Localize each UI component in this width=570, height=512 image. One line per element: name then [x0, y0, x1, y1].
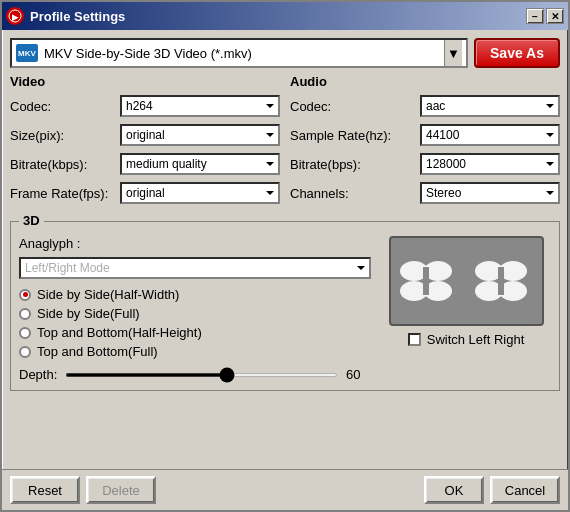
switch-label: Switch Left Right — [427, 332, 525, 347]
preview-svg — [396, 241, 536, 321]
bottom-bar: Reset Delete OK Cancel — [2, 469, 568, 510]
format-icon: MKV — [16, 44, 38, 62]
threed-section: 3D Anaglyph : Left/Right Mode Side — [10, 221, 560, 391]
radio-item-1[interactable]: Side by Side(Full) — [19, 306, 371, 321]
radio-dot-3 — [19, 346, 31, 358]
radio-dot-2 — [19, 327, 31, 339]
audio-section: Audio Codec: aac Sample Rate(hz): 44100 … — [290, 74, 560, 211]
threed-section-title: 3D — [19, 213, 44, 228]
video-section-title: Video — [10, 74, 280, 89]
video-framerate-label: Frame Rate(fps): — [10, 186, 120, 201]
audio-samplerate-label: Sample Rate(hz): — [290, 128, 420, 143]
window-title: Profile Settings — [30, 9, 526, 24]
video-bitrate-select[interactable]: medium quality — [120, 153, 280, 175]
cancel-button[interactable]: Cancel — [490, 476, 560, 504]
radio-label-0: Side by Side(Half-Width) — [37, 287, 179, 302]
window-controls: − ✕ — [526, 8, 564, 24]
audio-channels-row: Channels: Stereo — [290, 182, 560, 204]
minimize-button[interactable]: − — [526, 8, 544, 24]
main-window: ▶ Profile Settings − ✕ MKV MKV Side-by-S… — [0, 0, 570, 512]
title-bar: ▶ Profile Settings − ✕ — [2, 2, 568, 30]
switch-checkbox[interactable] — [408, 333, 421, 346]
delete-button[interactable]: Delete — [86, 476, 156, 504]
audio-channels-select[interactable]: Stereo — [420, 182, 560, 204]
radio-item-3[interactable]: Top and Bottom(Full) — [19, 344, 371, 359]
depth-row: Depth: 60 — [19, 367, 371, 382]
switch-row: Switch Left Right — [408, 332, 525, 347]
depth-slider[interactable] — [65, 373, 338, 377]
video-framerate-row: Frame Rate(fps): original — [10, 182, 280, 204]
app-icon: ▶ — [6, 7, 24, 25]
audio-codec-row: Codec: aac — [290, 95, 560, 117]
video-size-select[interactable]: original — [120, 124, 280, 146]
mode-radio-group: Side by Side(Half-Width) Side by Side(Fu… — [19, 287, 371, 359]
video-bitrate-row: Bitrate(kbps): medium quality — [10, 153, 280, 175]
audio-samplerate-select[interactable]: 44100 — [420, 124, 560, 146]
close-button[interactable]: ✕ — [546, 8, 564, 24]
audio-section-title: Audio — [290, 74, 560, 89]
anaglyph-select[interactable]: Left/Right Mode — [19, 257, 371, 279]
audio-codec-label: Codec: — [290, 99, 420, 114]
format-selector[interactable]: MKV MKV Side-by-Side 3D Video (*.mkv) ▼ — [10, 38, 468, 68]
depth-label: Depth: — [19, 367, 57, 382]
svg-text:▶: ▶ — [12, 13, 19, 22]
video-size-label: Size(pix): — [10, 128, 120, 143]
radio-item-2[interactable]: Top and Bottom(Half-Height) — [19, 325, 371, 340]
radio-item-0[interactable]: Side by Side(Half-Width) — [19, 287, 371, 302]
ok-button[interactable]: OK — [424, 476, 484, 504]
depth-value: 60 — [346, 367, 371, 382]
audio-bitrate-select[interactable]: 128000 — [420, 153, 560, 175]
video-size-row: Size(pix): original — [10, 124, 280, 146]
audio-channels-label: Channels: — [290, 186, 420, 201]
save-as-button[interactable]: Save As — [474, 38, 560, 68]
video-codec-select[interactable]: h264 — [120, 95, 280, 117]
radio-dot-0 — [19, 289, 31, 301]
format-text: MKV Side-by-Side 3D Video (*.mkv) — [44, 46, 444, 61]
radio-label-2: Top and Bottom(Half-Height) — [37, 325, 202, 340]
video-codec-row: Codec: h264 — [10, 95, 280, 117]
svg-rect-12 — [498, 267, 504, 295]
video-bitrate-label: Bitrate(kbps): — [10, 157, 120, 172]
radio-label-3: Top and Bottom(Full) — [37, 344, 158, 359]
audio-bitrate-label: Bitrate(bps): — [290, 157, 420, 172]
anaglyph-row: Anaglyph : — [19, 236, 371, 251]
reset-button[interactable]: Reset — [10, 476, 80, 504]
svg-rect-7 — [423, 267, 429, 295]
settings-panel: Video Codec: h264 Size(pix): original Bi… — [10, 74, 560, 211]
radio-dot-1 — [19, 308, 31, 320]
threed-content: Anaglyph : Left/Right Mode Side by Side(… — [19, 236, 551, 382]
threed-right: Switch Left Right — [381, 236, 551, 382]
anaglyph-label: Anaglyph : — [19, 236, 80, 251]
content-area: MKV MKV Side-by-Side 3D Video (*.mkv) ▼ … — [2, 30, 568, 469]
format-dropdown-arrow[interactable]: ▼ — [444, 40, 462, 66]
video-framerate-select[interactable]: original — [120, 182, 280, 204]
audio-bitrate-row: Bitrate(bps): 128000 — [290, 153, 560, 175]
audio-codec-select[interactable]: aac — [420, 95, 560, 117]
top-bar: MKV MKV Side-by-Side 3D Video (*.mkv) ▼ … — [10, 38, 560, 68]
audio-samplerate-row: Sample Rate(hz): 44100 — [290, 124, 560, 146]
preview-box — [389, 236, 544, 326]
video-section: Video Codec: h264 Size(pix): original Bi… — [10, 74, 280, 211]
svg-rect-2 — [396, 241, 536, 321]
radio-label-1: Side by Side(Full) — [37, 306, 140, 321]
video-codec-label: Codec: — [10, 99, 120, 114]
threed-left: Anaglyph : Left/Right Mode Side by Side(… — [19, 236, 371, 382]
